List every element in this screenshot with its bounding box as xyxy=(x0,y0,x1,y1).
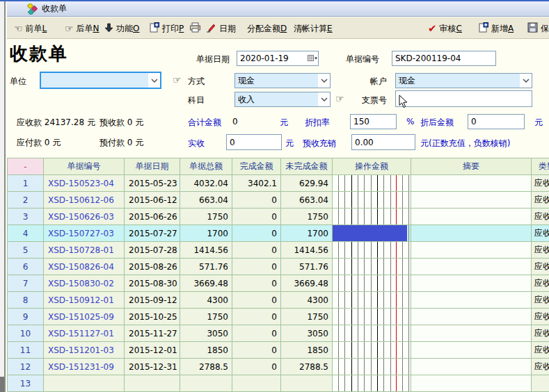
done-amount-cell[interactable]: 0 xyxy=(232,209,281,225)
printer-button[interactable] xyxy=(189,22,201,35)
chevron-down-icon[interactable] xyxy=(318,92,330,106)
operation-amount-cell[interactable] xyxy=(333,342,411,359)
undone-amount-cell[interactable]: 4300 xyxy=(281,292,333,309)
doc-no-cell[interactable]: XSD-151201-03 xyxy=(44,342,125,359)
doc-total-cell[interactable]: 4300 xyxy=(180,292,232,309)
doc-no-cell[interactable]: XSD-150612-06 xyxy=(44,192,125,209)
header-undone-amount[interactable]: 未完成金额 xyxy=(281,158,333,175)
done-amount-cell[interactable]: 0 xyxy=(232,225,281,242)
row-number-cell[interactable]: 2 xyxy=(8,192,44,209)
memo-cell[interactable] xyxy=(411,242,532,259)
date-button[interactable]: 日期 xyxy=(206,22,236,35)
memo-cell[interactable] xyxy=(411,209,532,225)
doc-no-cell[interactable]: XSD-150728-01 xyxy=(44,242,125,259)
table-row[interactable]: 11 XSD-151201-03 2015-12-01 1850 0 1850 … xyxy=(8,342,549,359)
unit-combo[interactable] xyxy=(40,72,161,89)
doc-date-cell[interactable] xyxy=(125,375,180,392)
chevron-down-icon[interactable] xyxy=(318,74,330,88)
doc-date-cell[interactable]: 2015-08-26 xyxy=(125,259,180,275)
table-row[interactable]: 4 XSD-150727-03 2015-07-27 1700 0 1700 应… xyxy=(8,225,549,242)
operation-amount-cell[interactable] xyxy=(333,359,411,375)
clear-account-calc-button[interactable]: 清帐计算E xyxy=(294,22,333,35)
doc-no-cell[interactable]: XSD-150626-03 xyxy=(44,209,125,225)
subject-combo[interactable]: 收入 xyxy=(234,92,331,107)
memo-cell[interactable] xyxy=(411,225,532,242)
operation-amount-cell[interactable] xyxy=(333,192,411,209)
row-number-cell[interactable]: 3 xyxy=(8,209,44,225)
method-combo[interactable]: 现金 xyxy=(234,73,331,88)
next-doc-button[interactable]: ☞ 后单N xyxy=(65,22,100,35)
header-dash[interactable]: - xyxy=(8,158,44,175)
done-amount-cell[interactable]: 0 xyxy=(232,192,281,209)
done-amount-cell[interactable]: 3402.1 xyxy=(232,175,281,192)
operation-amount-cell[interactable] xyxy=(333,259,411,275)
table-row[interactable]: 12 XSD-151231-09 2015-12-31 2788.5 0 278… xyxy=(8,359,549,375)
actual-received-field[interactable]: 0 xyxy=(226,134,282,150)
row-number-cell[interactable]: 8 xyxy=(8,292,44,309)
table-row[interactable]: 1 XSD-150523-04 2015-05-23 4032.04 3402.… xyxy=(8,175,549,192)
doc-total-cell[interactable]: 3669.48 xyxy=(180,275,232,292)
memo-cell[interactable] xyxy=(411,309,532,325)
doc-no-cell[interactable]: XSD-150523-04 xyxy=(44,175,125,192)
doc-no-field[interactable]: SKD-200119-04 xyxy=(392,51,496,66)
doc-no-cell[interactable]: XSD-150830-02 xyxy=(44,275,125,292)
doc-total-cell[interactable]: 663.04 xyxy=(180,192,232,209)
row-number-cell[interactable]: 1 xyxy=(8,175,44,192)
doc-date-cell[interactable]: 2015-08-30 xyxy=(125,275,180,292)
audit-button[interactable]: ✔ 审核C xyxy=(428,22,462,35)
row-number-cell[interactable]: 7 xyxy=(8,275,44,292)
table-row[interactable]: 13 xyxy=(8,375,549,392)
memo-cell[interactable] xyxy=(411,292,532,309)
undone-amount-cell[interactable]: 1850 xyxy=(281,342,333,359)
done-amount-cell[interactable]: 0 xyxy=(232,259,281,275)
operation-amount-cell[interactable] xyxy=(333,292,411,309)
allocate-amount-button[interactable]: 分配金额D xyxy=(247,22,287,35)
done-amount-cell[interactable]: 0 xyxy=(232,325,281,342)
done-amount-cell[interactable]: 0 xyxy=(232,292,281,309)
undone-amount-cell[interactable]: 1750 xyxy=(281,309,333,325)
doc-no-cell[interactable]: XSD-150912-01 xyxy=(44,292,125,309)
doc-date-cell[interactable]: 2015-12-31 xyxy=(125,359,180,375)
table-row[interactable]: 3 XSD-150626-03 2015-06-26 1750 0 1750 应… xyxy=(8,209,549,225)
done-amount-cell[interactable] xyxy=(232,375,281,392)
table-row[interactable]: 2 XSD-150612-06 2015-06-12 663.04 0 663.… xyxy=(8,192,549,209)
function-button[interactable]: 功能O xyxy=(104,22,139,35)
calendar-picker-button[interactable] xyxy=(306,51,318,65)
undone-amount-cell[interactable]: 663.04 xyxy=(281,192,333,209)
operation-amount-cell[interactable] xyxy=(333,375,411,392)
table-row[interactable]: 5 XSD-150728-01 2015-07-28 1414.56 0 141… xyxy=(8,242,549,259)
doc-date-cell[interactable]: 2015-09-12 xyxy=(125,292,180,309)
row-number-cell[interactable]: 9 xyxy=(8,309,44,325)
add-new-button[interactable]: 新增A xyxy=(479,22,514,35)
undone-amount-cell[interactable]: 3050 xyxy=(281,325,333,342)
doc-date-cell[interactable]: 2015-06-12 xyxy=(125,192,180,209)
header-done-amount[interactable]: 完成金额 xyxy=(232,158,281,175)
operation-amount-cell[interactable] xyxy=(333,175,411,192)
doc-no-cell[interactable]: XSD-151025-09 xyxy=(44,309,125,325)
table-row[interactable]: 6 XSD-150826-04 2015-08-26 571.76 0 571.… xyxy=(8,259,549,275)
doc-no-cell[interactable]: XSD-151127-01 xyxy=(44,325,125,342)
undone-amount-cell[interactable]: 1750 xyxy=(281,209,333,225)
row-number-cell[interactable]: 5 xyxy=(8,242,44,259)
header-type[interactable]: 类型 xyxy=(532,158,549,175)
table-row[interactable]: 10 XSD-151127-01 2015-11-27 3050 0 3050 … xyxy=(8,325,549,342)
prev-doc-button[interactable]: ☜ 前单L xyxy=(14,22,47,35)
row-number-cell[interactable]: 11 xyxy=(8,342,44,359)
table-row[interactable]: 7 XSD-150830-02 2015-08-30 3669.48 0 366… xyxy=(8,275,549,292)
cheque-no-field[interactable] xyxy=(395,90,532,107)
save-button[interactable]: 保存 xyxy=(527,22,549,35)
advance-offset-field[interactable]: 0.00 xyxy=(351,134,415,150)
doc-total-cell[interactable]: 1700 xyxy=(180,225,232,242)
undone-amount-cell[interactable]: 1700 xyxy=(281,225,333,242)
undone-amount-cell[interactable]: 2788.5 xyxy=(281,359,333,375)
row-number-cell[interactable]: 13 xyxy=(8,375,44,392)
doc-total-cell[interactable]: 1750 xyxy=(180,209,232,225)
doc-date-cell[interactable]: 2015-07-27 xyxy=(125,225,180,242)
header-operation-amount[interactable]: 操作金额 xyxy=(333,158,411,175)
chevron-down-icon[interactable] xyxy=(148,73,160,88)
done-amount-cell[interactable]: 0 xyxy=(232,359,281,375)
doc-total-cell[interactable]: 2788.5 xyxy=(180,359,232,375)
operation-amount-cell[interactable] xyxy=(333,225,411,242)
undone-amount-cell[interactable]: 1414.56 xyxy=(281,242,333,259)
memo-cell[interactable] xyxy=(411,259,532,275)
